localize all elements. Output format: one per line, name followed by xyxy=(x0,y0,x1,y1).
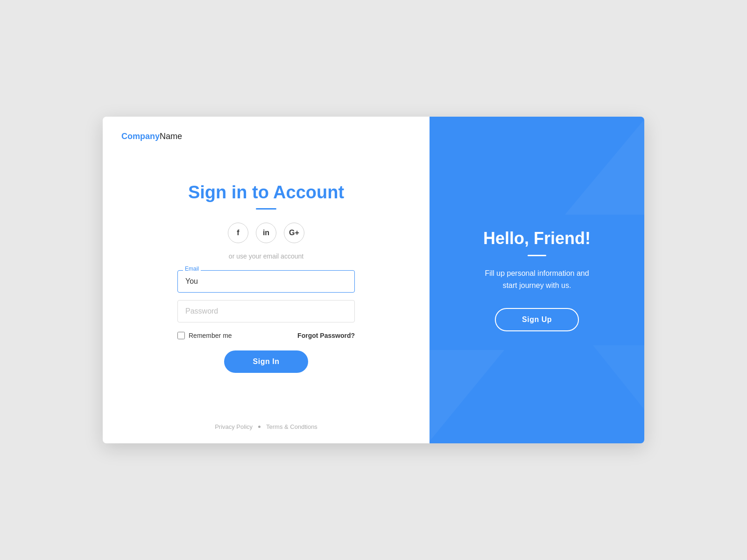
footer-dot xyxy=(258,426,261,428)
hello-description: Fill up personal information andstart jo… xyxy=(483,267,591,291)
google-button[interactable]: G+ xyxy=(284,223,304,243)
remember-me-group: Remember me xyxy=(177,332,232,339)
privacy-policy-link[interactable]: Privacy Policy xyxy=(215,423,253,430)
left-content: Sign in to Account f in G+ or use your e… xyxy=(121,132,411,423)
social-icons: f in G+ xyxy=(228,223,304,243)
right-content: Hello, Friend! Fill up personal informat… xyxy=(483,229,591,331)
sign-in-title: Sign in to Account xyxy=(188,182,344,203)
right-panel: Hello, Friend! Fill up personal informat… xyxy=(430,117,644,443)
linkedin-button[interactable]: in xyxy=(256,223,276,243)
forgot-password-link[interactable]: Forgot Password? xyxy=(297,332,355,339)
sign-up-button[interactable]: Sign Up xyxy=(495,308,579,331)
or-text: or use your email account xyxy=(229,252,303,260)
email-input[interactable] xyxy=(177,270,355,293)
form-row: Remember me Forgot Password? xyxy=(177,332,355,339)
login-card: Company Name Sign in to Account f in G+ … xyxy=(103,117,644,443)
terms-link[interactable]: Terms & Condtions xyxy=(266,423,317,430)
left-panel: Company Name Sign in to Account f in G+ … xyxy=(103,117,430,443)
triangle-mid-right xyxy=(593,345,644,415)
remember-checkbox[interactable] xyxy=(177,332,185,339)
left-footer: Privacy Policy Terms & Condtions xyxy=(121,423,411,430)
hello-title: Hello, Friend! xyxy=(483,229,591,248)
right-underline xyxy=(528,255,546,256)
email-label: Email xyxy=(183,266,201,272)
triangle-top-right xyxy=(565,117,644,215)
remember-label: Remember me xyxy=(189,332,232,339)
password-form-group xyxy=(177,300,355,322)
title-underline xyxy=(256,208,276,210)
facebook-button[interactable]: f xyxy=(228,223,248,243)
password-input[interactable] xyxy=(177,300,355,322)
triangle-bottom-left xyxy=(430,350,504,443)
email-form-group: Email xyxy=(177,270,355,293)
sign-in-button[interactable]: Sign In xyxy=(224,350,308,373)
